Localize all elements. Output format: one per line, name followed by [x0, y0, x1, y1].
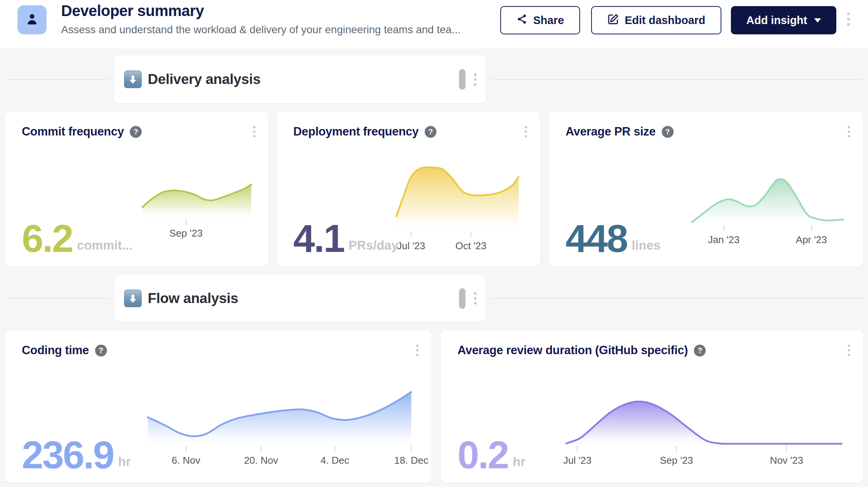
card-deployment-frequency: Deployment frequency ? Jul '23Oct '23 4.…: [276, 112, 540, 266]
card-kebab-menu-icon[interactable]: [525, 126, 527, 137]
card-title: Average PR size: [566, 125, 656, 139]
person-icon: [24, 11, 40, 29]
drag-handle[interactable]: [459, 288, 466, 309]
axis-tick: Nov '23: [770, 446, 803, 466]
axis-tick: Jul '23: [563, 446, 592, 466]
section-divider: [5, 79, 109, 80]
sparkline-chart: Jan '23Apr '23: [692, 177, 843, 225]
axis-tick: Apr '23: [796, 225, 827, 246]
axis-tick: 18. Dec: [394, 446, 428, 466]
metric-value: 448: [566, 221, 627, 256]
help-icon[interactable]: ?: [662, 126, 674, 138]
section-kebab-menu-icon[interactable]: [474, 292, 477, 305]
sparkline-chart: 6. Nov20. Nov4. Dec18. Dec: [148, 390, 411, 446]
page-title: Developer summary: [61, 2, 204, 19]
edit-dashboard-button[interactable]: Edit dashboard: [591, 6, 721, 34]
metric-value: 236.9: [22, 438, 113, 473]
card-title: Commit frequency: [22, 125, 124, 139]
help-icon[interactable]: ?: [130, 126, 142, 138]
drag-handle[interactable]: [459, 69, 466, 90]
axis-tick: Sep '23: [169, 219, 202, 239]
section-divider: [491, 298, 863, 299]
metric-value: 4.1: [293, 221, 344, 256]
axis-tick: Sep '23: [660, 446, 693, 466]
section-title: Delivery analysis: [148, 71, 260, 87]
down-arrow-badge-icon: [124, 290, 142, 307]
section-divider: [5, 298, 109, 299]
down-arrow-badge-icon: [124, 71, 142, 88]
page-header: Developer summary Assess and understand …: [0, 0, 868, 49]
axis-tick: Oct '23: [455, 231, 487, 252]
metric-unit: hr: [118, 455, 131, 469]
card-average-pr-size: Average PR size ? Jan '23Apr '23 448 lin…: [549, 112, 863, 266]
page-subtitle: Assess and understand the workload & del…: [61, 24, 461, 36]
share-icon: [516, 13, 528, 27]
avatar: [18, 5, 47, 34]
metric-unit: PRs/day: [349, 238, 398, 253]
sparkline-chart: Jul '23Sep '23Nov '23: [566, 399, 842, 446]
axis-tick: Jul '23: [397, 231, 425, 252]
card-title: Coding time: [22, 343, 89, 357]
help-icon[interactable]: ?: [95, 345, 107, 356]
metric-value: 6.2: [22, 221, 73, 256]
card-kebab-menu-icon[interactable]: [848, 126, 850, 137]
add-insight-button[interactable]: Add insight: [731, 6, 836, 34]
metric-unit: lines: [632, 238, 660, 253]
card-kebab-menu-icon[interactable]: [253, 126, 255, 137]
metric-value: 0.2: [457, 438, 508, 473]
metric-unit: hr: [513, 455, 525, 469]
edit-dashboard-button-label: Edit dashboard: [625, 14, 705, 27]
header-kebab-menu-icon[interactable]: [847, 12, 850, 26]
axis-tick: Jan '23: [708, 225, 740, 246]
section-divider: [491, 79, 863, 80]
card-average-review-duration: Average review duration (GitHub specific…: [441, 331, 863, 483]
card-commit-frequency: Commit frequency ? Sep '23 6.2 commit...: [5, 112, 268, 266]
axis-tick: 4. Dec: [320, 446, 349, 466]
section-kebab-menu-icon[interactable]: [474, 73, 477, 86]
dashboard-page: Developer summary Assess and understand …: [0, 0, 868, 487]
card-kebab-menu-icon[interactable]: [416, 345, 419, 356]
sparkline-chart: Sep '23: [142, 181, 251, 219]
axis-tick: 6. Nov: [171, 446, 200, 466]
card-coding-time: Coding time ? 6. Nov20. Nov4. Dec18. Dec…: [5, 331, 432, 483]
add-insight-button-label: Add insight: [746, 14, 807, 27]
help-icon[interactable]: ?: [694, 345, 706, 356]
help-icon[interactable]: ?: [425, 126, 436, 138]
section-header-delivery-analysis: Delivery analysis: [114, 56, 486, 103]
card-kebab-menu-icon[interactable]: [848, 345, 850, 356]
card-title: Average review duration (GitHub specific…: [457, 343, 688, 357]
share-button-label: Share: [533, 14, 564, 27]
metric-unit: commit...: [77, 238, 133, 253]
share-button[interactable]: Share: [500, 6, 580, 34]
section-title: Flow analysis: [148, 290, 238, 306]
edit-icon: [607, 13, 619, 28]
card-title: Deployment frequency: [293, 125, 419, 139]
section-header-flow-analysis: Flow analysis: [114, 275, 486, 322]
sparkline-chart: Jul '23Oct '23: [396, 165, 519, 231]
axis-tick: 20. Nov: [244, 446, 278, 466]
chevron-down-icon: [814, 18, 821, 23]
